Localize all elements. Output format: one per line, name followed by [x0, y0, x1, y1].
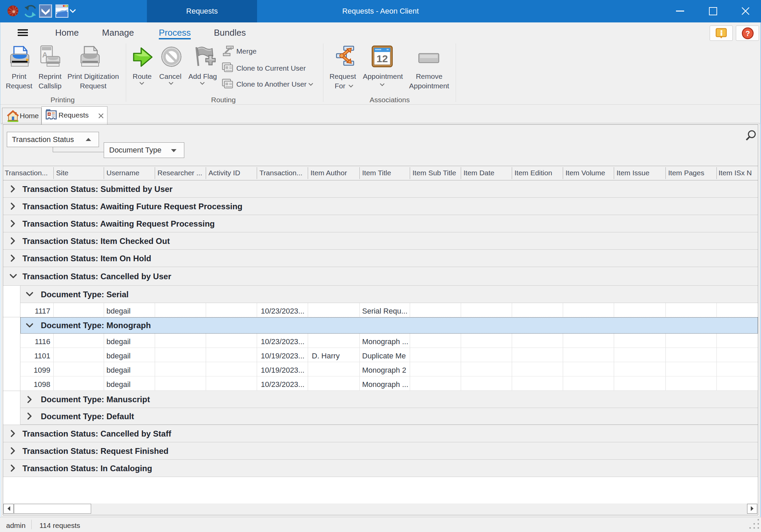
- svg-text:12: 12: [376, 53, 388, 64]
- svg-text:A: A: [48, 112, 50, 116]
- svg-text:?: ?: [745, 29, 750, 38]
